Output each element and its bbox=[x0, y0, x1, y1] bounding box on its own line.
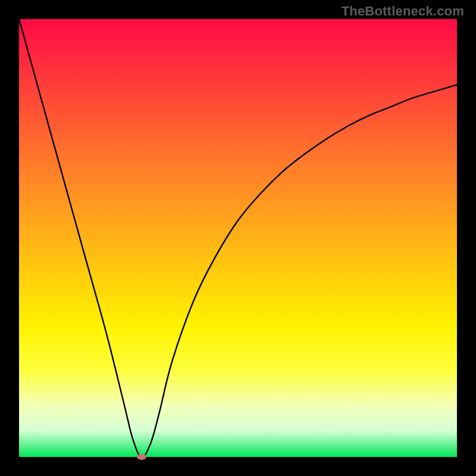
plot-area bbox=[19, 19, 457, 457]
watermark-text: TheBottleneck.com bbox=[342, 4, 464, 19]
minimum-marker bbox=[137, 454, 146, 460]
curve-svg bbox=[19, 19, 457, 457]
bottleneck-curve bbox=[19, 19, 457, 457]
chart-frame: TheBottleneck.com bbox=[0, 0, 476, 476]
